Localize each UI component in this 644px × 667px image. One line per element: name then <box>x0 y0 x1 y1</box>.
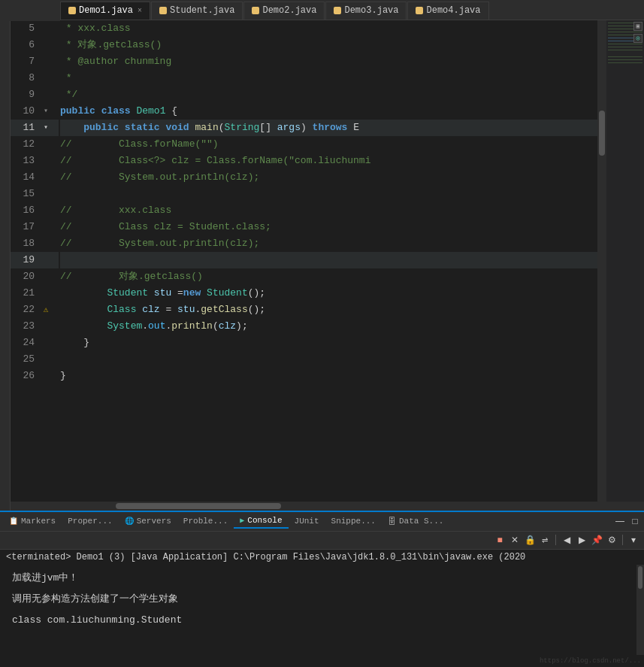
line-21-gutter: 21 <box>11 285 59 302</box>
code-line-7: * @author chunming <box>60 53 597 70</box>
line-19-gutter: 19 <box>11 252 59 268</box>
code-line-5: * xxx.class <box>60 20 597 37</box>
line-15-gutter: 15 <box>11 186 59 202</box>
minimap: ▣ ◎ <box>606 20 644 502</box>
close-tab-demo1[interactable]: × <box>138 7 142 15</box>
console-line-1: 加载进jvm中！ <box>6 568 638 589</box>
word-wrap-button[interactable]: ⇌ <box>539 534 551 546</box>
code-line-14: // System.out.println(clz); <box>60 169 597 186</box>
line-24-gutter: 24 <box>11 335 59 351</box>
console-scrollbar[interactable] <box>636 565 644 655</box>
tab-demo1[interactable]: Demo1.java × <box>60 2 150 20</box>
code-line-12: // Class.forName("") <box>60 136 597 153</box>
line-22-gutter: 22 ⚠ <box>11 302 59 318</box>
editor-vertical-scrollbar[interactable] <box>597 20 606 502</box>
line-13-gutter: 13 <box>11 153 59 169</box>
bottom-tab-servers[interactable]: 🌐 Servers <box>119 514 177 528</box>
code-line-10: public class Demo1 { <box>60 103 597 120</box>
line-12-gutter: 12 <box>11 136 59 153</box>
line-9-gutter: 9 <box>11 86 59 103</box>
code-line-13: // Class<?> clz = Class.forName("com.liu… <box>60 153 597 169</box>
bottom-tab-problems[interactable]: Proble... <box>177 514 234 528</box>
scroll-lock-button[interactable]: 🔒 <box>524 534 536 546</box>
code-line-25 <box>60 351 597 368</box>
code-line-15 <box>60 186 597 202</box>
console-pin-button[interactable]: 📌 <box>591 534 603 546</box>
tab-bar: Demo1.java × Student.java Demo2.java Dem… <box>0 0 644 20</box>
console-toolbar: ■ ✕ 🔒 ⇌ ◀ ▶ 📌 ⚙ ▾ <box>0 532 644 550</box>
tab-student[interactable]: Student.java <box>151 2 243 20</box>
clear-console-button[interactable]: ✕ <box>509 534 521 546</box>
code-line-19 <box>60 252 597 268</box>
line-10-gutter: 10 ▾ <box>11 103 59 120</box>
line-14-gutter: 14 <box>11 169 59 186</box>
bottom-tab-properties[interactable]: Proper... <box>62 514 118 528</box>
console-scrollbar-thumb[interactable] <box>638 566 642 589</box>
watermark-area: https://blog.csdn.net/... <box>0 655 644 667</box>
line-11-gutter: 11 ▾ <box>11 120 59 136</box>
code-line-20: // 对象.getclass() <box>60 268 597 285</box>
bottom-tab-junit[interactable]: JUnit <box>289 514 325 528</box>
line-20-gutter: 20 <box>11 268 59 285</box>
code-line-21: Student stu =new Student(); <box>60 285 597 302</box>
tab-demo4[interactable]: Demo4.java <box>407 2 488 20</box>
code-line-24: } <box>60 335 597 351</box>
scrollbar-thumb[interactable] <box>599 111 605 156</box>
code-line-18: // System.out.println(clz); <box>60 235 597 252</box>
maximize-bottom-button[interactable]: □ <box>629 515 641 527</box>
bottom-tab-bar: 📋 Markers Proper... 🌐 Servers Proble... … <box>0 512 644 532</box>
outline-toggle[interactable]: ◎ <box>633 34 642 43</box>
code-line-9: */ <box>60 86 597 103</box>
hscroll-thumb[interactable] <box>116 503 281 509</box>
editor-horizontal-scrollbar[interactable] <box>11 502 644 511</box>
code-line-23: System.out.println(clz); <box>60 318 597 335</box>
console-next-button[interactable]: ▶ <box>576 534 588 546</box>
line-16-gutter: 16 <box>11 202 59 219</box>
console-settings-button[interactable]: ⚙ <box>606 534 618 546</box>
bottom-tab-data[interactable]: 🗄 Data S... <box>382 514 449 529</box>
stop-button[interactable]: ■ <box>494 534 506 546</box>
console-line-2: 调用无参构造方法创建了一个学生对象 <box>6 589 638 610</box>
line-8-gutter: 8 <box>11 70 59 86</box>
console-view-menu[interactable]: ▾ <box>627 534 639 546</box>
bottom-tab-console[interactable]: ▶ Console <box>234 514 288 529</box>
line-26-gutter: 26 <box>11 368 59 384</box>
line-7-gutter: 7 <box>11 53 59 70</box>
console-prev-button[interactable]: ◀ <box>561 534 573 546</box>
line-25-gutter: 25 <box>11 351 59 368</box>
tab-demo3[interactable]: Demo3.java <box>325 2 407 20</box>
code-line-17: // Class clz = Student.class; <box>60 219 597 235</box>
bottom-tab-markers[interactable]: 📋 Markers <box>3 514 62 528</box>
minimize-bottom-button[interactable]: — <box>614 515 626 527</box>
bottom-tab-snippets[interactable]: Snippe... <box>325 514 382 528</box>
code-line-22: Class clz = stu.getClass(); <box>60 302 597 318</box>
line-6-gutter: 6 <box>11 37 59 53</box>
code-line-6: * 对象.getclass() <box>60 37 597 53</box>
console-line-3: class com.liuchunming.Student <box>6 610 638 631</box>
tab-demo2[interactable]: Demo2.java <box>243 2 325 20</box>
code-line-11: public static void main(String[] args) t… <box>60 120 597 136</box>
code-line-8: * <box>60 70 597 86</box>
code-line-26: } <box>60 368 597 384</box>
console-output-area: 加载进jvm中！ 调用无参构造方法创建了一个学生对象 class com.liu… <box>0 565 644 655</box>
console-header: <terminated> Demo1 (3) [Java Application… <box>0 550 644 565</box>
line-5-gutter: 5 <box>11 20 59 37</box>
line-17-gutter: 17 <box>11 219 59 235</box>
line-23-gutter: 23 <box>11 318 59 335</box>
bottom-panel: 📋 Markers Proper... 🌐 Servers Proble... … <box>0 511 644 667</box>
minimap-toggle[interactable]: ▣ <box>633 22 642 31</box>
line-18-gutter: 18 <box>11 235 59 252</box>
code-line-16: // xxx.class <box>60 202 597 219</box>
